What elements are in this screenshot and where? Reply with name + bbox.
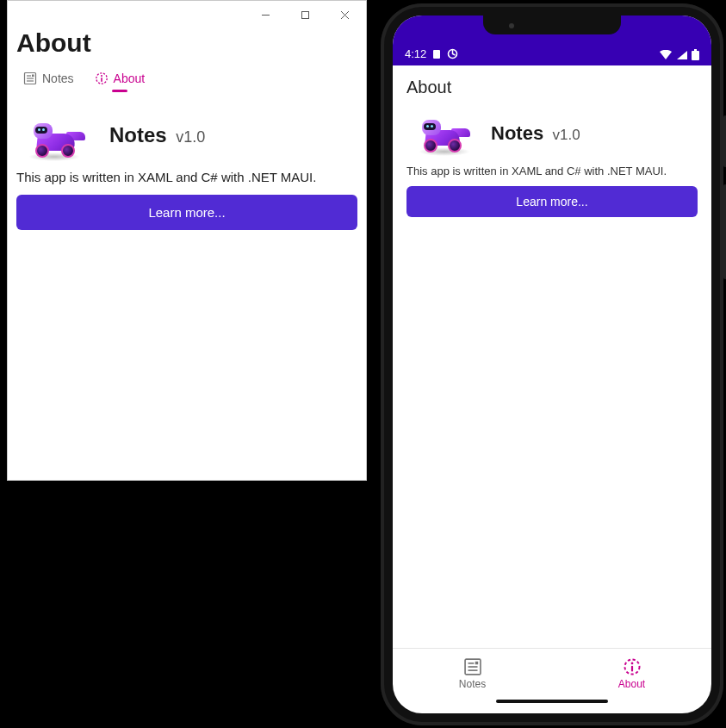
dotnet-bot-image xyxy=(16,108,94,163)
svg-rect-11 xyxy=(101,78,102,82)
svg-rect-15 xyxy=(694,49,697,51)
maximize-button[interactable] xyxy=(285,2,325,28)
android-device-frame: 4:12 About Notes v1. xyxy=(381,3,723,725)
learn-more-button[interactable]: Learn more... xyxy=(16,195,357,230)
app-description: This app is written in XAML and C# with … xyxy=(406,165,698,177)
tab-label: About xyxy=(618,678,645,690)
minimize-icon xyxy=(261,10,270,20)
bottom-tabs: Notes About xyxy=(393,648,711,698)
status-time: 4:12 xyxy=(405,47,426,60)
windows-app-window: About Notes About xyxy=(7,0,367,481)
hero-row: Notes v1.0 xyxy=(16,108,357,163)
tab-about[interactable]: About xyxy=(95,72,146,92)
page-body: Notes v1.0 This app is written in XAML a… xyxy=(8,99,366,235)
info-icon xyxy=(95,72,109,85)
svg-rect-8 xyxy=(32,75,34,78)
sim-icon xyxy=(431,49,442,59)
app-version-label: v1.0 xyxy=(553,127,580,143)
top-tabs: Notes About xyxy=(8,63,366,99)
app-description: This app is written in XAML and C# with … xyxy=(16,170,357,184)
android-page-body: Notes v1.0 This app is written in XAML a… xyxy=(393,109,711,648)
learn-more-button[interactable]: Learn more... xyxy=(406,186,698,217)
svg-rect-14 xyxy=(692,51,699,60)
app-version-label: v1.0 xyxy=(176,128,205,146)
window-titlebar xyxy=(8,1,366,28)
sync-icon xyxy=(447,48,458,59)
wifi-icon xyxy=(659,50,673,60)
svg-rect-12 xyxy=(433,50,440,59)
svg-rect-23 xyxy=(630,665,632,671)
tab-label: Notes xyxy=(42,72,74,85)
app-name-label: Notes xyxy=(491,122,543,144)
cell-signal-icon xyxy=(676,50,688,60)
minimize-button[interactable] xyxy=(245,2,285,28)
gesture-handle[interactable] xyxy=(393,698,711,713)
close-button[interactable] xyxy=(325,2,364,28)
tab-notes[interactable]: Notes xyxy=(393,649,552,698)
maximize-icon xyxy=(301,10,310,20)
tab-about[interactable]: About xyxy=(552,649,711,698)
tab-label: About xyxy=(114,72,146,85)
android-appbar-title: About xyxy=(393,65,711,109)
info-icon xyxy=(623,657,642,676)
dotnet-bot-image xyxy=(406,109,479,158)
hero-row: Notes v1.0 xyxy=(406,109,698,158)
svg-rect-20 xyxy=(475,661,477,663)
svg-point-22 xyxy=(630,662,633,664)
notes-icon xyxy=(463,657,482,676)
tab-notes[interactable]: Notes xyxy=(23,72,74,92)
page-title: About xyxy=(8,28,366,63)
device-notch xyxy=(483,16,621,34)
battery-icon xyxy=(692,49,699,60)
app-name-label: Notes xyxy=(109,123,167,146)
notes-icon xyxy=(23,72,37,85)
close-icon xyxy=(340,10,350,20)
svg-point-10 xyxy=(101,75,102,77)
svg-rect-1 xyxy=(301,11,308,18)
tab-label: Notes xyxy=(459,678,486,690)
android-screen: 4:12 About Notes v1. xyxy=(393,16,711,713)
